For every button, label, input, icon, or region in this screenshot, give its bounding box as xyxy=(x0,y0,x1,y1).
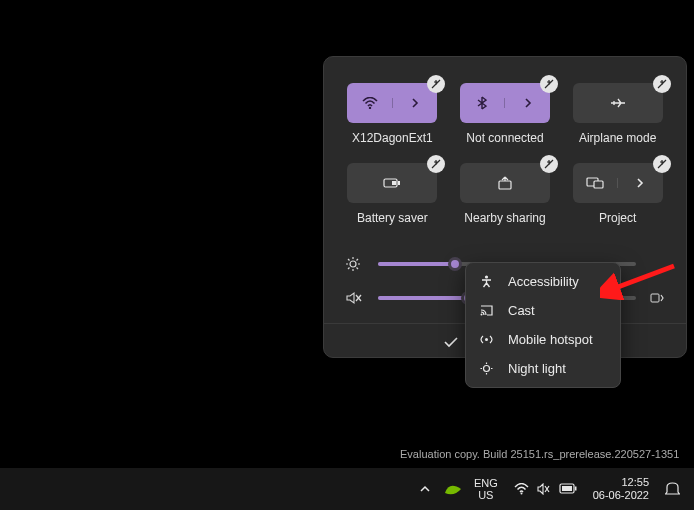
unpin-icon[interactable] xyxy=(653,75,671,93)
tile-airplane: Airplane mode xyxy=(571,83,664,145)
chevron-right-icon xyxy=(636,178,644,188)
tile-nearby-sharing: Nearby sharing xyxy=(459,163,552,225)
tile-battery-saver: Battery saver xyxy=(346,163,439,225)
project-label: Project xyxy=(599,211,636,225)
tile-wifi: X12DagonExt1 xyxy=(346,83,439,145)
tile-project: Project xyxy=(571,163,664,225)
battery-saver-label: Battery saver xyxy=(357,211,428,225)
notification-center-icon[interactable] xyxy=(661,482,684,496)
svg-line-15 xyxy=(348,268,350,270)
svg-line-13 xyxy=(357,268,359,270)
svg-rect-6 xyxy=(594,181,603,188)
svg-line-14 xyxy=(357,259,359,261)
unpin-icon[interactable] xyxy=(427,75,445,93)
volume-muted-icon xyxy=(346,291,364,305)
accessibility-icon xyxy=(480,275,496,288)
svg-rect-29 xyxy=(575,487,577,491)
check-icon xyxy=(444,336,458,348)
project-icon xyxy=(573,177,618,189)
nvidia-tray-icon[interactable] xyxy=(444,482,462,496)
svg-rect-4 xyxy=(499,181,511,189)
svg-point-18 xyxy=(481,314,483,316)
menu-label: Cast xyxy=(508,303,535,318)
tray-overflow-chevron[interactable] xyxy=(414,481,436,497)
lang-bottom: US xyxy=(474,489,498,501)
svg-point-19 xyxy=(485,338,488,341)
menu-item-night-light[interactable]: Night light xyxy=(466,354,620,383)
brightness-icon xyxy=(346,257,364,271)
menu-label: Accessibility xyxy=(508,274,579,289)
svg-rect-2 xyxy=(392,181,396,185)
wifi-expand[interactable] xyxy=(392,98,438,108)
lang-top: ENG xyxy=(474,477,498,489)
cast-icon xyxy=(480,305,496,316)
nearby-sharing-icon xyxy=(497,176,513,190)
menu-label: Night light xyxy=(508,361,566,376)
language-indicator[interactable]: ENG US xyxy=(470,477,502,501)
svg-point-7 xyxy=(350,261,356,267)
airplane-label: Airplane mode xyxy=(579,131,656,145)
unpin-icon[interactable] xyxy=(540,75,558,93)
unpin-icon[interactable] xyxy=(540,155,558,173)
svg-point-17 xyxy=(485,275,488,278)
clock[interactable]: 12:55 06-06-2022 xyxy=(589,476,653,502)
system-tray[interactable] xyxy=(510,483,581,495)
bluetooth-tile[interactable] xyxy=(460,83,550,123)
svg-rect-28 xyxy=(562,486,572,491)
nearby-sharing-label: Nearby sharing xyxy=(464,211,545,225)
clock-time: 12:55 xyxy=(593,476,649,489)
project-tile[interactable] xyxy=(573,163,663,203)
tile-bluetooth: Not connected xyxy=(459,83,552,145)
battery-tray-icon xyxy=(559,483,577,495)
airplane-icon xyxy=(610,96,626,110)
airplane-tile[interactable] xyxy=(573,83,663,123)
wifi-tray-icon xyxy=(514,483,529,495)
svg-point-0 xyxy=(368,107,370,109)
hotspot-icon xyxy=(480,333,496,346)
audio-output-expand[interactable] xyxy=(650,292,664,304)
unpin-icon[interactable] xyxy=(653,155,671,173)
add-quick-action-menu: Accessibility Cast Mobile hotspot Night … xyxy=(465,262,621,388)
svg-point-20 xyxy=(484,366,490,372)
battery-saver-icon xyxy=(383,177,401,189)
menu-item-cast[interactable]: Cast xyxy=(466,296,620,325)
evaluation-watermark: Evaluation copy. Build 25151.rs_prerelea… xyxy=(400,448,679,460)
chevron-right-icon xyxy=(411,98,419,108)
menu-item-mobile-hotspot[interactable]: Mobile hotspot xyxy=(466,325,620,354)
taskbar: ENG US 12:55 06-06-2022 xyxy=(0,468,694,510)
battery-saver-tile[interactable] xyxy=(347,163,437,203)
night-light-icon xyxy=(480,362,496,375)
bluetooth-icon xyxy=(460,96,505,110)
svg-line-12 xyxy=(348,259,350,261)
clock-date: 06-06-2022 xyxy=(593,489,649,502)
bluetooth-label: Not connected xyxy=(466,131,543,145)
menu-item-accessibility[interactable]: Accessibility xyxy=(466,267,620,296)
project-expand[interactable] xyxy=(617,178,663,188)
svg-point-26 xyxy=(520,493,522,495)
volume-tray-icon xyxy=(537,483,551,495)
quick-actions-grid: X12DagonExt1 Not connected xyxy=(324,57,686,233)
bluetooth-expand[interactable] xyxy=(504,98,550,108)
wifi-tile[interactable] xyxy=(347,83,437,123)
unpin-icon[interactable] xyxy=(427,155,445,173)
wifi-icon xyxy=(347,97,392,109)
nearby-sharing-tile[interactable] xyxy=(460,163,550,203)
wifi-label: X12DagonExt1 xyxy=(352,131,433,145)
menu-label: Mobile hotspot xyxy=(508,332,593,347)
svg-rect-16 xyxy=(651,294,659,302)
svg-rect-3 xyxy=(398,181,400,185)
chevron-right-icon xyxy=(524,98,532,108)
